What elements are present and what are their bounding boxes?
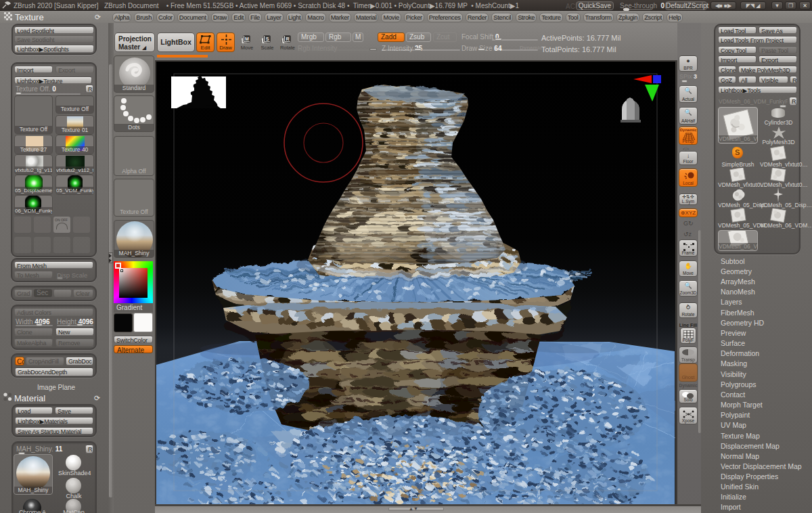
svg-text:⤷: ⤷ <box>684 174 687 179</box>
